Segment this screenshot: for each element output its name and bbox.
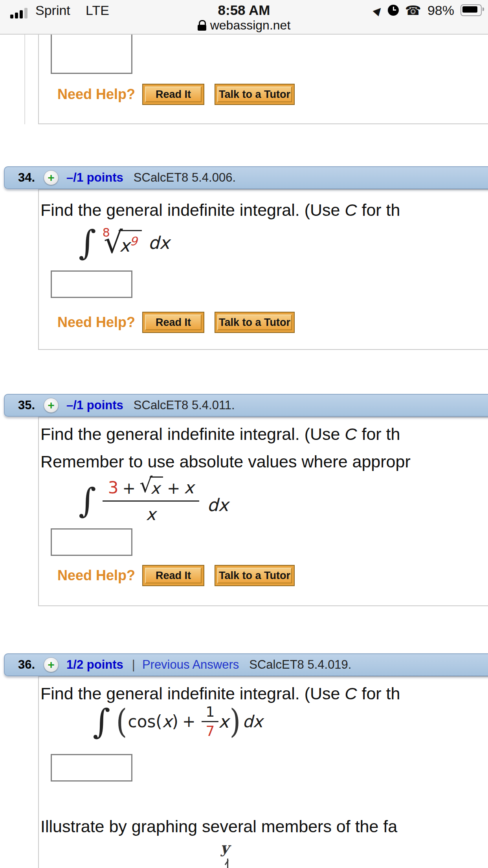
ios-status-bar: Sprint LTE 8:58 AM ▶ ☎ 98% webassign.net bbox=[0, 0, 488, 35]
talk-to-tutor-button-label: Talk to a Tutor bbox=[217, 314, 292, 330]
variable-x: x bbox=[218, 712, 229, 732]
differential: dx bbox=[207, 495, 228, 515]
read-it-button[interactable]: Read It bbox=[142, 565, 204, 586]
integral-sign: ∫ bbox=[79, 484, 96, 517]
differential: dx bbox=[242, 712, 263, 731]
answer-input[interactable] bbox=[51, 754, 132, 782]
alarm-clock-icon bbox=[388, 5, 399, 16]
left-parenthesis: ( bbox=[116, 705, 127, 738]
illustrate-statement: Illustrate by graphing several members o… bbox=[40, 817, 488, 836]
graph-y-axis-label: y bbox=[220, 839, 229, 857]
talk-to-tutor-button[interactable]: Talk to a Tutor bbox=[215, 84, 295, 105]
plus-operator: + bbox=[182, 712, 196, 730]
status-icons: ▶ ☎ 98% bbox=[374, 2, 482, 19]
points-label: –/1 points bbox=[66, 398, 123, 412]
fraction-numerator: 3 + √ x + x bbox=[103, 476, 199, 502]
question-header-35: 35. + –/1 points SCalcET8 5.4.011. bbox=[4, 394, 488, 417]
fraction-denominator: 7 bbox=[205, 722, 215, 738]
need-help-label: Need Help? bbox=[57, 314, 135, 331]
statement-text: Find the general indefinite integral. (U… bbox=[40, 684, 345, 703]
statement-text: Find the general indefinite integral. (U… bbox=[40, 425, 345, 443]
source-label: SCalcET8 5.4.006. bbox=[134, 171, 236, 185]
question-number: 34. bbox=[18, 171, 35, 185]
points-label: 1/2 points bbox=[66, 658, 123, 672]
talk-to-tutor-button[interactable]: Talk to a Tutor bbox=[215, 312, 295, 333]
plus-operator: + bbox=[167, 479, 180, 497]
question-number: 36. bbox=[18, 658, 35, 672]
fraction-denominator: x bbox=[146, 502, 156, 524]
read-it-button-label: Read It bbox=[145, 86, 202, 102]
cos-open: cos( bbox=[128, 712, 162, 731]
fraction: 3 + √ x + x x bbox=[103, 476, 199, 524]
need-help-label: Need Help? bbox=[57, 86, 135, 103]
question-header-36: 36. + 1/2 points | Previous Answers SCal… bbox=[4, 653, 488, 676]
cos-function: cos(x) bbox=[128, 712, 178, 731]
statement-var-c: C bbox=[345, 425, 357, 443]
statement-text: for th bbox=[357, 684, 400, 703]
problem-statement: Find the general indefinite integral. (U… bbox=[40, 684, 488, 703]
numerator-constant: 3 bbox=[108, 478, 119, 497]
answer-input[interactable] bbox=[51, 270, 132, 298]
statement-text: for th bbox=[357, 200, 400, 219]
battery-icon bbox=[460, 4, 482, 16]
statement-text: for th bbox=[357, 425, 400, 443]
plus-operator: + bbox=[123, 479, 136, 497]
problem-statement-line2: Remember to use absolute values where ap… bbox=[40, 452, 488, 471]
radicand: x9 bbox=[119, 230, 142, 256]
statement-text: Find the general indefinite integral. (U… bbox=[40, 200, 345, 219]
lock-icon bbox=[198, 20, 206, 31]
problem-statement: Find the general indefinite integral. (U… bbox=[40, 200, 488, 220]
integral-expression-34: ∫ 8 √ x9 dx bbox=[79, 226, 169, 259]
read-it-button[interactable]: Read It bbox=[142, 312, 204, 333]
points-label: –/1 points bbox=[66, 171, 123, 185]
integral-sign: ∫ bbox=[79, 226, 96, 259]
question-number: 35. bbox=[18, 398, 35, 412]
statement-var-c: C bbox=[345, 200, 357, 219]
root-index: 8 bbox=[103, 226, 110, 239]
read-it-button-label: Read It bbox=[145, 568, 202, 583]
previous-answers-link[interactable]: Previous Answers bbox=[142, 658, 239, 672]
differential: dx bbox=[148, 233, 169, 253]
fraction-one-seventh: 1 7 bbox=[202, 705, 218, 738]
read-it-button[interactable]: Read It bbox=[142, 84, 204, 105]
url-domain: webassign.net bbox=[210, 18, 291, 32]
question-header-34: 34. + –/1 points SCalcET8 5.4.006. bbox=[4, 166, 488, 189]
problem-statement: Find the general indefinite integral. (U… bbox=[40, 425, 488, 444]
numerator-variable: x bbox=[184, 478, 194, 497]
expand-question-icon[interactable]: + bbox=[44, 657, 59, 672]
address-bar[interactable]: webassign.net bbox=[0, 18, 488, 33]
tty-phone-icon: ☎ bbox=[405, 4, 421, 17]
right-parenthesis: ) bbox=[230, 705, 241, 738]
integral-expression-35: ∫ 3 + √ x + x x dx bbox=[79, 476, 228, 524]
radical: √ x bbox=[139, 476, 163, 497]
outer-table-border bbox=[24, 34, 25, 124]
fraction-numerator: 1 bbox=[202, 705, 218, 722]
separator: | bbox=[132, 658, 135, 672]
battery-percent-label: 98% bbox=[427, 3, 454, 18]
read-it-button-label: Read It bbox=[145, 314, 202, 330]
talk-to-tutor-button-label: Talk to a Tutor bbox=[217, 568, 292, 583]
talk-to-tutor-button[interactable]: Talk to a Tutor bbox=[215, 565, 295, 586]
radicand-exponent: 9 bbox=[130, 234, 137, 248]
answer-input[interactable] bbox=[51, 528, 132, 556]
radicand-base: x bbox=[119, 235, 130, 256]
cos-argument: x bbox=[162, 712, 172, 731]
radicand: x bbox=[150, 476, 163, 497]
source-label: SCalcET8 5.4.019. bbox=[249, 658, 351, 672]
integral-expression-36: ∫ ( cos(x) + 1 7 x ) dx bbox=[93, 704, 263, 738]
integral-sign: ∫ bbox=[93, 704, 110, 738]
need-help-label: Need Help? bbox=[57, 567, 135, 584]
talk-to-tutor-button-label: Talk to a Tutor bbox=[217, 86, 292, 102]
cos-close: ) bbox=[172, 712, 178, 731]
expand-question-icon[interactable]: + bbox=[44, 398, 59, 413]
source-label: SCalcET8 5.4.011. bbox=[134, 398, 235, 412]
statement-var-c: C bbox=[345, 684, 357, 703]
webassign-mobile-page: Need Help? Read It Talk to a Tutor 34. +… bbox=[0, 0, 488, 868]
expand-question-icon[interactable]: + bbox=[44, 170, 59, 185]
